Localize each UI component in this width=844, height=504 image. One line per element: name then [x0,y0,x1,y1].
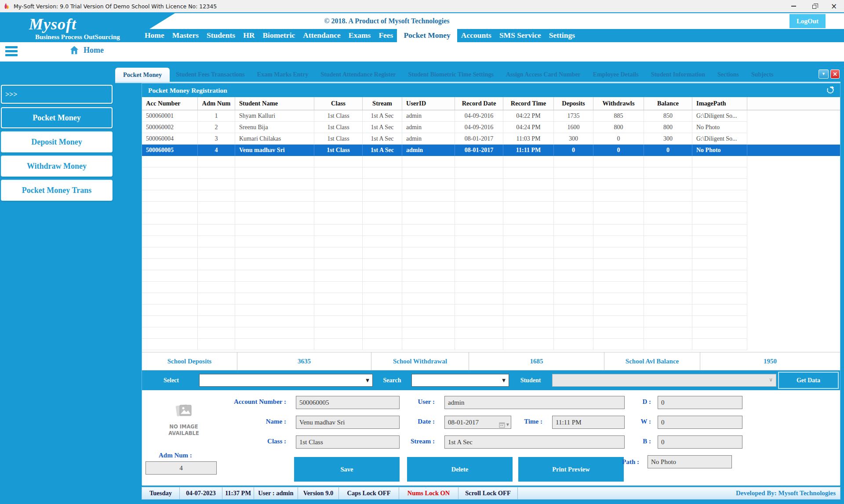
deposit-label: D : [642,398,651,406]
column-header-acc-number[interactable]: Acc Number [142,97,198,110]
app-header: Mysoft Business Process OutSourcing © 20… [0,12,844,42]
save-button[interactable]: Save [294,457,400,482]
nav-item-masters[interactable]: Masters [168,28,203,42]
stream-field[interactable]: 1st A Sec [444,435,625,449]
refresh-icon[interactable] [826,86,835,94]
empty-cell [142,202,198,213]
column-header-imagepath[interactable]: ImagePath [692,97,747,110]
sidebar-item-deposit-money[interactable]: Deposit Money [1,131,113,152]
logout-button[interactable]: LogOut [789,14,826,28]
nav-item-exams[interactable]: Exams [345,28,375,42]
table-row[interactable]: 5000600022Sreenu Bija1st Class1st A Seca… [142,122,840,133]
nav-item-accounts[interactable]: Accounts [457,28,495,42]
column-header-balance[interactable]: Balance [644,97,692,110]
column-header-record-date[interactable]: Record Date [455,97,503,110]
select-combobox[interactable]: ▼ [199,374,373,387]
no-image-icon [175,402,193,419]
empty-cell [455,225,503,236]
sidebar-item-pocket-money-trans[interactable]: Pocket Money Trans [1,180,113,201]
nav-item-students[interactable]: Students [203,28,239,42]
adm-num-field[interactable]: 4 [146,461,217,475]
table-row[interactable]: 5000600043Kumari Chilakas1st Class1st A … [142,133,840,145]
empty-cell [455,247,503,259]
minimize-button[interactable] [783,0,804,12]
delete-button[interactable]: Delete [407,457,513,482]
sidebar-item-withdraw-money[interactable]: Withdraw Money [1,156,113,177]
student-combobox[interactable]: ∨ [552,374,776,387]
empty-cell [593,270,644,282]
column-header-withdrawls[interactable]: Withdrawls [593,97,644,110]
empty-cell [455,339,503,350]
empty-cell [402,247,455,259]
nav-item-pocket-money[interactable]: Pocket Money [397,25,457,42]
nav-item-fees[interactable]: Fees [375,28,397,42]
empty-cell [235,316,314,327]
column-header-adm-num[interactable]: Adm Num [198,97,235,110]
empty-row [142,270,840,282]
nav-item-sms-service[interactable]: SMS Service [495,28,545,42]
cell-filler [747,282,840,293]
nav-item-biometric[interactable]: Biometric [258,28,299,42]
column-header-record-time[interactable]: Record Time [503,97,554,110]
column-header-class[interactable]: Class [314,97,363,110]
cell-balance: 800 [644,122,692,133]
path-field[interactable]: No Photo [648,455,732,468]
tab-student-fees-transactions[interactable]: Student Fees Transactions [170,71,251,82]
tab-exam-marks-entry[interactable]: Exam Marks Entry [251,71,315,82]
name-field[interactable]: Venu madhav Sri [296,416,400,429]
breadcrumb[interactable]: Home [69,45,104,55]
close-button[interactable]: × [824,0,844,12]
search-combobox[interactable]: ▼ [411,374,509,387]
withdraw-field[interactable]: 0 [658,416,742,429]
tab-pocket-money[interactable]: Pocket Money [115,68,170,82]
empty-cell [455,167,503,179]
cell-filler [747,305,840,316]
empty-cell [198,282,235,293]
nav-item-attendance[interactable]: Attendance [299,28,345,42]
empty-cell [142,316,198,327]
column-header-stream[interactable]: Stream [363,97,402,110]
deposit-field[interactable]: 0 [658,396,742,409]
table-row[interactable]: 5000600011Shyam Kalluri1st Class1st A Se… [142,110,840,122]
table-row[interactable]: 5000600054Venu madhav Sri1st Class1st A … [142,145,840,156]
maximize-button[interactable] [804,0,824,12]
tab-employee-details[interactable]: Employee Details [587,71,645,82]
tab-student-attendance-register[interactable]: Student Attendance Register [314,71,402,82]
nav-item-home[interactable]: Home [141,28,168,42]
empty-cell [142,213,198,225]
cell-record-date: 04-09-2016 [455,122,503,133]
withdraw-label: W : [641,418,651,425]
tab-assign-access-card-number[interactable]: Assign Access Card Number [500,71,587,82]
column-header-student-name[interactable]: Student Name [235,97,314,110]
tab-sections[interactable]: Sections [711,71,745,82]
column-header-deposits[interactable]: Deposits [554,97,593,110]
class-field[interactable]: 1st Class [296,435,400,449]
column-header-userid[interactable]: UserID [402,97,455,110]
empty-cell [593,179,644,190]
empty-cell [198,259,235,270]
account-number-field[interactable]: 500060005 [296,396,400,409]
user-field[interactable]: admin [444,396,625,409]
account-number-label: Account Number : [234,398,286,406]
tab-close-button[interactable]: × [830,69,840,79]
summary-label-school-withdrawal: School Withdrawal [371,352,469,370]
tab-list-dropdown-button[interactable]: ▼ [819,69,829,79]
nav-item-settings[interactable]: Settings [545,28,579,42]
date-picker-button[interactable]: ▼ [499,419,509,429]
hamburger-menu-icon[interactable] [5,46,18,57]
get-data-button[interactable]: Get Data [778,372,839,389]
cell-record-time: 11:11 PM [503,145,554,156]
sidebar-collapse-button[interactable]: >>> [1,85,113,104]
nav-item-hr[interactable]: HR [239,28,258,42]
empty-cell [593,190,644,202]
empty-cell [363,339,402,350]
tab-subjects[interactable]: Subjects [745,71,780,82]
tab-student-information[interactable]: Student Information [645,71,711,82]
sidebar-item-pocket-money[interactable]: Pocket Money [1,107,113,128]
empty-cell [235,293,314,305]
print-preview-button[interactable]: Print Preview [518,457,624,482]
tab-student-biometric-time-settings[interactable]: Student Biometric Time Settings [402,71,500,82]
date-field[interactable]: 08-01-2017 ▼ [444,416,511,429]
time-field[interactable]: 11:11 PM [552,416,625,429]
balance-field[interactable]: 0 [658,435,742,449]
